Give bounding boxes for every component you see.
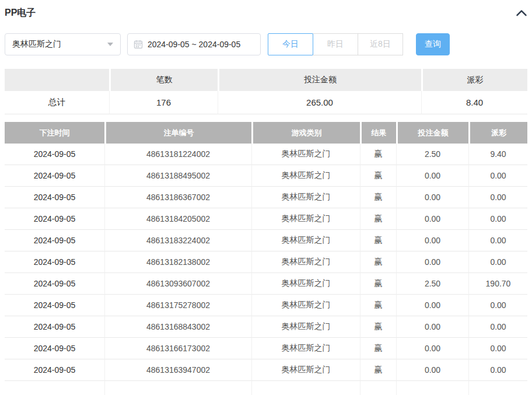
result-cell: 赢 xyxy=(360,316,396,338)
result-cell: 赢 xyxy=(360,295,396,316)
summary-total-label: 总计 xyxy=(5,91,109,114)
collapse-panel-button[interactable] xyxy=(516,8,527,18)
pp-dianzi-panel: PP电子 奥林匹斯之门 xyxy=(0,0,532,395)
bet-amount-cell: 2.50 xyxy=(396,273,468,295)
bet-amount-cell: 0.00 xyxy=(396,251,468,273)
result-cell: 赢 xyxy=(360,208,396,230)
game-category-cell: 奥林匹斯之门 xyxy=(251,165,360,187)
payout-cell: 0.00 xyxy=(468,208,527,230)
game-category-cell: 奥林匹斯之门 xyxy=(251,316,360,338)
detail-header-result: 结果 xyxy=(360,122,396,144)
summary-total-row: 总计 176 265.00 8.40 xyxy=(5,91,527,114)
game-category-cell: 奥林匹斯之门 xyxy=(251,273,360,295)
caret-down-icon xyxy=(107,43,113,46)
yesterday-button[interactable]: 昨日 xyxy=(313,33,358,55)
game-select[interactable]: 奥林匹斯之门 xyxy=(5,33,121,55)
bet-record-row: 2024-09-05 48613163947002 奥林匹斯之门 赢 0.00 … xyxy=(5,359,527,381)
payout-cell: 0.00 xyxy=(468,187,527,208)
page-title: PP电子 xyxy=(5,7,36,19)
bet-time-cell: 2024-09-05 xyxy=(5,165,104,187)
bet-time-cell: 2024-09-05 xyxy=(5,273,104,295)
summary-header-row: 笔数 投注金额 派彩 xyxy=(5,69,527,91)
payout-cell: 0.00 xyxy=(468,338,527,359)
order-number-cell: 48613093607002 xyxy=(104,273,251,295)
bet-amount-cell: 0.00 xyxy=(396,316,468,338)
bet-records-table: 下注时间 注单编号 游戏类别 结果 投注金额 派彩 2024-09-05 486… xyxy=(5,122,527,395)
bet-time-cell: 2024-09-05 xyxy=(5,338,104,359)
bet-amount-cell: 0.00 xyxy=(396,338,468,359)
payout-cell: 9.40 xyxy=(468,144,527,165)
result-cell: 赢 xyxy=(360,187,396,208)
summary-total-count: 176 xyxy=(109,91,218,114)
last-8-days-button[interactable]: 近8日 xyxy=(358,33,403,55)
bet-time-cell: 2024-09-05 xyxy=(5,359,104,381)
game-category-cell: 奥林匹斯之门 xyxy=(251,295,360,316)
detail-header-payout: 派彩 xyxy=(468,122,527,144)
order-number-cell: 48613166173002 xyxy=(104,338,251,359)
result-cell: 赢 xyxy=(360,273,396,295)
detail-header-row: 下注时间 注单编号 游戏类别 结果 投注金额 派彩 xyxy=(5,122,527,144)
bet-time-cell: 2024-09-05 xyxy=(5,187,104,208)
bet-record-row: 2024-09-05 48613186367002 奥林匹斯之门 赢 0.00 … xyxy=(5,187,527,208)
bet-record-row: 2024-09-05 48613166173002 奥林匹斯之门 赢 0.00 … xyxy=(5,338,527,359)
payout-cell: 0.00 xyxy=(468,251,527,273)
bet-amount-cell: 0.00 xyxy=(396,208,468,230)
payout-cell: 0.00 xyxy=(468,230,527,251)
bet-amount-cell: 0.00 xyxy=(396,295,468,316)
bet-amount-cell: 0.00 xyxy=(396,359,468,381)
game-category-cell: 奥林匹斯之门 xyxy=(251,208,360,230)
bet-time-cell: 2024-09-05 xyxy=(5,230,104,251)
order-number-cell: 48613183224002 xyxy=(104,230,251,251)
payout-cell: 0.00 xyxy=(468,359,527,381)
bet-record-row: 2024-09-05 48613093607002 奥林匹斯之门 赢 2.50 … xyxy=(5,273,527,295)
today-button[interactable]: 今日 xyxy=(268,33,313,55)
order-number-cell: 48613188495002 xyxy=(104,165,251,187)
calendar-icon xyxy=(134,40,143,49)
bet-time-cell: 2024-09-05 xyxy=(5,316,104,338)
detail-header-bet-time: 下注时间 xyxy=(5,122,104,144)
chevron-up-icon xyxy=(516,11,527,19)
bet-record-row: 2024-09-05 48613183224002 奥林匹斯之门 赢 0.00 … xyxy=(5,230,527,251)
bet-record-row: 2024-09-05 48613175278002 奥林匹斯之门 赢 0.00 … xyxy=(5,295,527,316)
bet-record-row: 2024-09-05 48613184205002 奥林匹斯之门 赢 0.00 … xyxy=(5,208,527,230)
order-number-cell: 48613186367002 xyxy=(104,187,251,208)
bet-record-row: 2024-09-05 48613181224002 奥林匹斯之门 赢 2.50 … xyxy=(5,144,527,165)
date-range-input[interactable]: 2024-09-05 ~ 2024-09-05 xyxy=(127,33,261,55)
result-cell: 赢 xyxy=(360,144,396,165)
bet-time-cell: 2024-09-05 xyxy=(5,144,104,165)
payout-cell: 190.70 xyxy=(468,273,527,295)
result-cell: 赢 xyxy=(360,359,396,381)
bet-amount-cell: 0.00 xyxy=(396,230,468,251)
panel-header: PP电子 xyxy=(5,6,527,20)
bet-record-row: 2024-09-05 48613188495002 奥林匹斯之门 赢 0.00 … xyxy=(5,165,527,187)
game-category-cell: 奥林匹斯之门 xyxy=(251,187,360,208)
bet-time-cell: 2024-09-05 xyxy=(5,295,104,316)
bet-amount-cell: 0.00 xyxy=(396,165,468,187)
game-category-cell: 奥林匹斯之门 xyxy=(251,359,360,381)
bet-amount-cell: 0.00 xyxy=(396,187,468,208)
query-button[interactable]: 查询 xyxy=(416,33,450,55)
order-number-cell: 48613163947002 xyxy=(104,359,251,381)
game-category-cell: 奥林匹斯之门 xyxy=(251,230,360,251)
summary-header-blank xyxy=(5,69,109,91)
game-category-cell: 奥林匹斯之门 xyxy=(251,338,360,359)
game-category-cell: 奥林匹斯之门 xyxy=(251,251,360,273)
game-select-value: 奥林匹斯之门 xyxy=(12,39,107,50)
bet-record-row: 2024-09-05 48613168843002 奥林匹斯之门 赢 0.00 … xyxy=(5,316,527,338)
summary-table: 笔数 投注金额 派彩 总计 176 265.00 8.40 xyxy=(5,69,527,114)
summary-total-payout: 8.40 xyxy=(421,91,527,114)
bet-record-row: 2024-09-05 48613182138002 奥林匹斯之门 赢 0.00 … xyxy=(5,251,527,273)
result-cell: 赢 xyxy=(360,165,396,187)
detail-header-order-number: 注单编号 xyxy=(104,122,251,144)
result-cell: 赢 xyxy=(360,251,396,273)
order-number-cell: 48613184205002 xyxy=(104,208,251,230)
bet-record-row-partial xyxy=(5,381,527,395)
bet-amount-cell: 2.50 xyxy=(396,144,468,165)
result-cell: 赢 xyxy=(360,230,396,251)
payout-cell: 0.00 xyxy=(468,295,527,316)
order-number-cell: 48613181224002 xyxy=(104,144,251,165)
order-number-cell: 48613168843002 xyxy=(104,316,251,338)
detail-header-bet-amount: 投注金额 xyxy=(396,122,468,144)
result-cell: 赢 xyxy=(360,338,396,359)
payout-cell: 0.00 xyxy=(468,165,527,187)
